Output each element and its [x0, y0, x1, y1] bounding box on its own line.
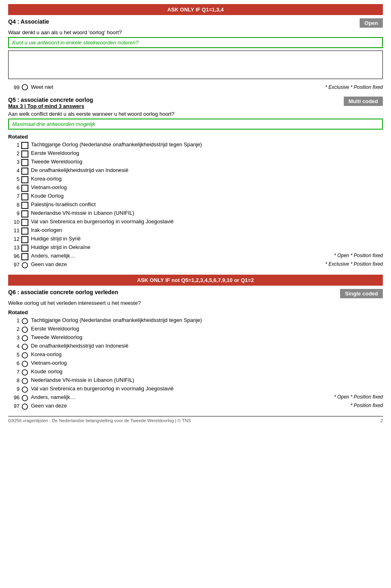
q6-97-note: * Position fixed: [351, 403, 383, 408]
q6-radio-6: [21, 360, 29, 368]
q6-item-96: 96 Anders, namelijk… * Open * Position f…: [8, 394, 383, 402]
q6-item-1: 1 Tachtigjarige Oorlog (Nederlandse onaf…: [8, 317, 383, 325]
q6-radio-97: [21, 403, 29, 410]
q4-badge: Open: [360, 18, 383, 28]
q5-checkbox-6: [21, 185, 29, 192]
q5-instruction-box: Maximaal drie antwoorden mogelijk: [8, 119, 383, 130]
q5-checkbox-10: [21, 219, 29, 226]
footer-left: G9256 vragenlijsten - De Nederlandse bel…: [8, 418, 191, 423]
q6-question-text: Welke oorlog uit het verleden interessee…: [8, 300, 383, 306]
q5-item-7: 7 Koude Oorlog: [8, 193, 383, 200]
q6-radio-1: [21, 317, 29, 325]
q4-title: Q4 : Associatie: [8, 18, 49, 25]
q5-item-13: 13 Huidige strijd in Oekraïne: [8, 244, 383, 252]
svg-rect-6: [22, 185, 28, 191]
svg-rect-14: [22, 253, 28, 260]
q6-radio-2: [21, 326, 29, 333]
q5-item-10: 10 Val van Srebrenica en burgeroorlog in…: [8, 218, 383, 226]
svg-rect-9: [22, 211, 28, 217]
q4-text-area[interactable]: [8, 51, 383, 79]
footer: G9256 vragenlijsten - De Nederlandse bel…: [8, 416, 383, 423]
q5-item-1: 1 Tachtigjarige Oorlog (Nederlandse onaf…: [8, 141, 383, 149]
svg-point-26: [22, 404, 28, 410]
q5-checkbox-1: [21, 142, 29, 149]
q4-weet-niet-row: 99 Weet niet * Exclusive * Position fixe…: [8, 81, 383, 92]
ask-only-bar-q6: ASK ONLY IF not Q5=1,2,3,4,5,6,7,9,10 or…: [8, 275, 383, 286]
q5-checkbox-12: [21, 236, 29, 243]
q5-item-11: 11 Irak-oorlogen: [8, 227, 383, 235]
svg-rect-1: [22, 142, 28, 148]
q5-checkbox-7: [21, 193, 29, 200]
svg-rect-12: [22, 236, 28, 242]
q5-item-12: 12 Huidige strijd in Syrië: [8, 236, 383, 243]
q5-checkbox-8: [21, 202, 29, 209]
q6-rotated-label: Rotated: [8, 309, 383, 315]
q5-item-4: 4 De onafhankelijkheidsstrijd van Indone…: [8, 167, 383, 175]
q6-item-6: 6 Vietnam-oorlog: [8, 360, 383, 368]
q5-item-5: 5 Korea-oorlog: [8, 176, 383, 183]
q6-item-4: 4 De onafhankelijkheidsstrijd van Indone…: [8, 343, 383, 350]
q5-checkbox-11: [21, 227, 29, 235]
q6-radio-4: [21, 343, 29, 350]
q5-answer-block: 1 Tachtigjarige Oorlog (Nederlandse onaf…: [8, 141, 383, 269]
q5-checkbox-4: [21, 167, 29, 175]
q6-item-8: 8 Nederlandse VN-missie in Libanon (UNIF…: [8, 377, 383, 385]
q5-item-2: 2 Eerste Wereldoorlog: [8, 150, 383, 158]
q4-weet-radio-icon: [21, 84, 29, 91]
svg-rect-11: [22, 228, 28, 234]
q5-97-note: * Exclusive * Position fixed: [325, 261, 383, 267]
q6-item-3: 3 Tweede Wereldoorlog: [8, 334, 383, 342]
q6-item-97: 97 Geen van deze * Position fixed: [8, 403, 383, 410]
q4-weet-links: 99 Weet niet: [8, 83, 53, 91]
q5-radio-97: [21, 262, 29, 269]
q4-weet-note: * Exclusive * Position fixed: [325, 84, 383, 90]
q5-item-8: 8 Palestijns-Israëlisch conflict: [8, 201, 383, 209]
q6-title: Q6 : associatie concrete oorlog verleden: [8, 289, 118, 295]
svg-point-19: [22, 344, 28, 350]
q6-96-note: * Open * Position fixed: [334, 394, 383, 400]
svg-point-16: [22, 318, 28, 324]
svg-point-24: [22, 387, 28, 392]
q5-item-3: 3 Tweede Wereldoorlog: [8, 159, 383, 166]
q5-item-9: 9 Nederlandse VN-missie in Libanon (UNIF…: [8, 210, 383, 218]
svg-point-18: [22, 335, 28, 341]
svg-rect-2: [22, 151, 28, 157]
q5-section: Q5 : associatie concrete oorlog Max 3 | …: [8, 97, 383, 269]
q5-rotated-instruction: Maximaal drie antwoorden mogelijk: [8, 119, 383, 132]
q5-title: Q5 : associatie concrete oorlog: [8, 97, 93, 103]
q5-checkbox-2: [21, 150, 29, 158]
svg-point-22: [22, 370, 28, 375]
q5-rotated-label: Rotated: [8, 134, 383, 140]
svg-point-15: [22, 262, 28, 268]
q4-section: ASK ONLY IF Q1=1,3,4 Q4 : Associatie Ope…: [8, 4, 383, 92]
q5-badge: Multi coded: [344, 97, 383, 106]
q4-header: Q4 : Associatie Open: [8, 18, 383, 28]
q5-item-97: 97 Geen van deze * Exclusive * Position …: [8, 261, 383, 269]
q6-radio-3: [21, 335, 29, 342]
q6-header: Q6 : associatie concrete oorlog verleden…: [8, 289, 383, 298]
footer-right: 2: [380, 418, 383, 423]
svg-point-21: [22, 361, 28, 367]
q5-question-text: Aan welk conflict denkt u als eerste wan…: [8, 111, 383, 117]
q4-question-text: Waar denkt u aan als u het woord 'oorlog…: [8, 29, 383, 35]
q5-item-6: 6 Vietnam-oorlog: [8, 184, 383, 192]
q5-submax: Max 3 | Top of mind 3 answers: [8, 103, 84, 109]
q6-section: Q6 : associatie concrete oorlog verleden…: [8, 289, 383, 410]
q5-item-96: 96 Anders, namelijk… * Open * Position f…: [8, 253, 383, 260]
q6-answer-block: 1 Tachtigjarige Oorlog (Nederlandse onaf…: [8, 317, 383, 410]
q5-checkbox-13: [21, 244, 29, 252]
q5-96-note: * Open * Position fixed: [334, 253, 383, 258]
svg-rect-5: [22, 176, 28, 183]
svg-rect-13: [22, 245, 28, 251]
svg-point-20: [22, 352, 28, 358]
q6-radio-96: [21, 394, 29, 402]
q6-radio-8: [21, 377, 29, 385]
q5-checkbox-96: [21, 253, 29, 260]
q6-item-9: 9 Val van Srebrenica en burgeroorlog in …: [8, 385, 383, 393]
q6-radio-7: [21, 369, 29, 376]
q6-radio-5: [21, 352, 29, 359]
svg-rect-7: [22, 194, 28, 200]
svg-point-0: [22, 84, 28, 90]
ask-only-bar-q4: ASK ONLY IF Q1=1,3,4: [8, 4, 383, 15]
q6-item-7: 7 Koude oorlog: [8, 368, 383, 376]
